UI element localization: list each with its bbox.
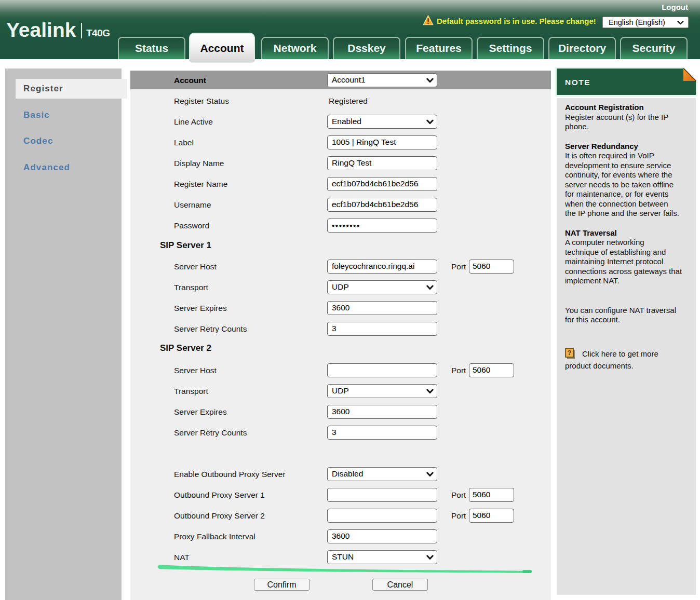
- svg-text:?: ?: [568, 349, 572, 357]
